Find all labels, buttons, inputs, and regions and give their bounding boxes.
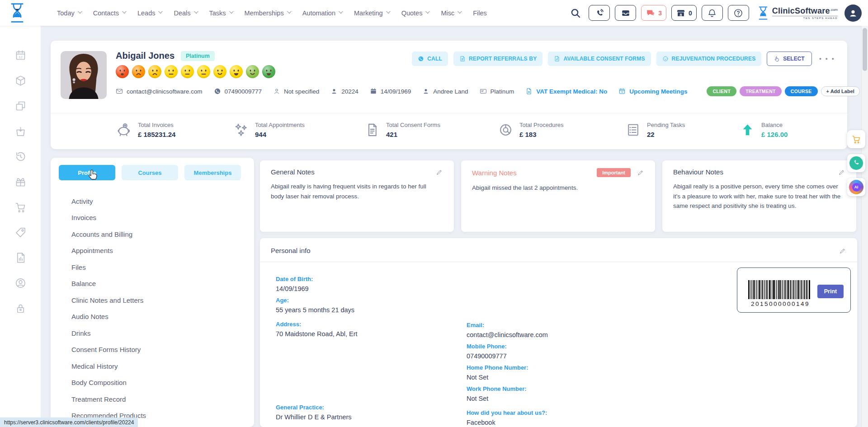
mood-emoji-10[interactable] [262, 65, 275, 78]
action-button-call[interactable]: CALL [412, 52, 448, 66]
label-pill-client[interactable]: CLIENT [707, 86, 736, 96]
menu-item-files[interactable]: Files [51, 259, 254, 276]
personal-info-card: Personal info Date of Birth:14/09/1969Ag… [260, 238, 857, 427]
nav-item-files[interactable]: Files [473, 9, 487, 17]
nav-item-label: Deals [174, 9, 190, 17]
floating-whatsapp-icon[interactable] [847, 154, 865, 172]
mood-emoji-6[interactable] [197, 65, 210, 78]
mood-emoji-4[interactable] [165, 65, 178, 78]
barcode-box: 2015000000149 Print [737, 267, 851, 313]
nav-item-misc[interactable]: Misc [441, 9, 461, 17]
menu-item-activity[interactable]: Activity [51, 193, 254, 210]
brand-logo[interactable]: ClinicSoftware.com TEN STEPS AHEAD [757, 6, 838, 20]
floating-ai-icon[interactable]: AI [847, 178, 865, 196]
nav-item-memberships[interactable]: Memberships [245, 9, 290, 17]
nav-item-today[interactable]: Today [57, 9, 81, 17]
sidebar-cart-icon[interactable] [14, 201, 27, 213]
sidebar-gift-icon[interactable] [14, 176, 27, 188]
nav-item-tasks[interactable]: Tasks [209, 9, 232, 17]
sidebar-calendar-icon[interactable]: 12 [14, 49, 27, 61]
contact-chip-platinum: Platinum [480, 88, 514, 95]
label-pill-course[interactable]: COURSE [785, 86, 818, 96]
floating-cart-orange-icon[interactable] [847, 130, 865, 148]
topbar-button-shop[interactable]: 0 [671, 5, 697, 21]
mood-emoji-5[interactable] [181, 65, 194, 78]
mood-emoji-1[interactable] [116, 65, 129, 78]
nav-item-leads[interactable]: Leads [137, 9, 162, 17]
nav-item-label: Leads [137, 9, 156, 17]
personal-info-title: Personal info [271, 247, 311, 254]
menu-item-audio-notes[interactable]: Audio Notes [51, 309, 254, 325]
edit-pencil-icon[interactable] [637, 169, 644, 176]
app-logo-hourglass-icon[interactable] [7, 2, 27, 23]
menu-item-appointments[interactable]: Appointments [51, 243, 254, 259]
nav-item-contacts[interactable]: Contacts [93, 9, 125, 17]
nav-item-quotes[interactable]: Quotes [401, 9, 429, 17]
topbar-buttons: 30 [589, 5, 749, 21]
action-button-report-referrals-by[interactable]: REPORT REFERRALS BY [453, 52, 542, 66]
mood-emoji-8[interactable] [230, 65, 243, 78]
topbar-button-chat[interactable]: 3 [641, 5, 666, 21]
client-header-card: Abigail Jones Platinum contact@clinicsof… [51, 41, 847, 149]
user-avatar[interactable] [844, 5, 862, 22]
edit-pencil-icon[interactable] [436, 169, 443, 176]
mood-emoji-3[interactable] [148, 65, 161, 78]
menu-item-body-composition[interactable]: Body Composition [51, 375, 254, 391]
select-button[interactable]: SELECT [767, 52, 811, 66]
brand-name: ClinicSoftware [772, 6, 830, 15]
menu-item-invoices[interactable]: Invoices [51, 210, 254, 226]
add-label-button[interactable]: + Add Label [821, 86, 860, 96]
menu-item-medical-history[interactable]: Medical History [51, 358, 254, 375]
sidebar-report-doc-icon[interactable] [14, 252, 27, 264]
sidebar-basket-icon[interactable] [14, 125, 27, 137]
print-button[interactable]: Print [817, 285, 844, 298]
contact-chip-andree-land: Andree Land [422, 88, 468, 95]
sidebar-lock-icon[interactable] [14, 302, 27, 314]
chevron-down-icon [339, 9, 343, 14]
profile-tabs: ProfileCoursesMemberships [59, 165, 241, 180]
menu-item-accounts-and-billing[interactable]: Accounts and Billing [51, 226, 254, 243]
chevron-down-icon [425, 9, 430, 14]
action-button-rejuvenation-procedures[interactable]: REJUVENATION PROCEDURES [656, 52, 762, 66]
contact-chip-vat-exempt-medical-no[interactable]: VAT Exempt Medical: No [525, 88, 607, 95]
stat-text: Total Invoices£ 185231.24 [138, 122, 175, 138]
sidebar-history-icon[interactable] [14, 150, 27, 163]
tab-profile[interactable]: Profile [59, 165, 115, 180]
contact-chip-text: VAT Exempt Medical: No [536, 88, 607, 95]
mood-emoji-7[interactable] [213, 65, 226, 78]
nav-item-deals[interactable]: Deals [174, 9, 197, 17]
nav-item-marketing[interactable]: Marketing [354, 9, 389, 17]
ai-icon: AI [849, 180, 863, 194]
menu-item-treatment-record[interactable]: Treatment Record [51, 391, 254, 408]
edit-pencil-icon[interactable] [838, 169, 845, 176]
sidebar-account-icon[interactable] [14, 277, 27, 289]
menu-item-drinks[interactable]: Drinks [51, 325, 254, 342]
tab-courses[interactable]: Courses [122, 165, 178, 180]
client-name: Abigail Jones [116, 51, 175, 61]
topbar-button-phone-call[interactable] [589, 5, 610, 21]
tab-memberships[interactable]: Memberships [184, 165, 241, 180]
scrollbar-thumb[interactable] [863, 28, 867, 71]
label-pill-treatment[interactable]: TREATMENT [740, 86, 782, 96]
sidebar-package-icon[interactable] [14, 75, 27, 87]
topbar-button-bell[interactable] [702, 5, 723, 21]
contact-chip-upcoming-meetings[interactable]: 12Upcoming Meetings [618, 88, 687, 95]
sidebar-price-tag-icon[interactable] [14, 226, 27, 239]
more-actions-button[interactable]: ● ● ● [817, 55, 837, 63]
checklist-icon [626, 122, 641, 137]
vat-doc-icon [525, 88, 533, 95]
scrollbar[interactable] [861, 26, 868, 427]
action-button-available-consent-forms[interactable]: AVAILABLE CONSENT FORMS [548, 52, 651, 66]
sidebar-copy-icon[interactable] [14, 100, 27, 112]
mood-emoji-2[interactable] [132, 65, 145, 78]
search-icon[interactable] [570, 8, 581, 19]
profile-menu: ActivityInvoicesAccounts and BillingAppo… [51, 193, 254, 424]
topbar-button-inbox[interactable] [615, 5, 636, 21]
edit-pencil-icon[interactable] [839, 247, 846, 254]
topbar-button-help[interactable] [728, 5, 749, 21]
mood-emoji-9[interactable] [246, 65, 259, 78]
menu-item-consent-forms-history[interactable]: Consent Forms History [51, 342, 254, 358]
menu-item-balance[interactable]: Balance [51, 276, 254, 292]
menu-item-clinic-notes-and-letters[interactable]: Clinic Notes and Letters [51, 292, 254, 309]
nav-item-automation[interactable]: Automation [302, 9, 342, 17]
